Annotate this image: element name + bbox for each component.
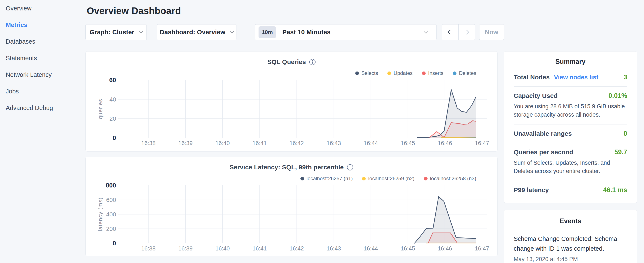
summary-row-label: P99 latency bbox=[514, 186, 549, 194]
service-latency-chart-panel: Service Latency: SQL, 99th percentile lo… bbox=[86, 157, 498, 256]
time-range-selector[interactable]: 10m Past 10 Minutes bbox=[255, 24, 436, 40]
summary-row-description: Sum of Selects, Updates, Inserts, and De… bbox=[514, 159, 627, 175]
chevron-right-icon bbox=[464, 30, 469, 35]
svg-text:latency (ms): latency (ms) bbox=[97, 197, 104, 231]
summary-title: Summary bbox=[514, 58, 627, 68]
summary-row-value: 0 bbox=[624, 130, 627, 137]
svg-text:16:44: 16:44 bbox=[364, 140, 378, 146]
graph-scope-dropdown-label: Graph: Cluster bbox=[90, 29, 134, 36]
events-title: Events bbox=[514, 217, 627, 227]
chevron-down-icon bbox=[230, 29, 234, 33]
svg-text:400: 400 bbox=[106, 211, 116, 218]
summary-card: Summary Total Nodes View nodes list 3 Ca… bbox=[504, 51, 637, 203]
sidebar-item-metrics[interactable]: Metrics bbox=[0, 17, 86, 33]
page-title: Overview Dashboard bbox=[87, 6, 637, 16]
svg-text:16:44: 16:44 bbox=[364, 245, 378, 252]
legend-dot-icon bbox=[424, 177, 428, 180]
dashboard-body: SQL Queries SelectsUpdatesInsertsDeletes… bbox=[86, 51, 637, 263]
svg-text:queries: queries bbox=[97, 99, 104, 119]
chart-plot: 16:3816:3916:4016:4116:4216:4316:4416:45… bbox=[86, 75, 497, 150]
svg-text:20: 20 bbox=[110, 115, 116, 122]
time-step-buttons bbox=[442, 24, 475, 40]
svg-text:16:42: 16:42 bbox=[290, 140, 304, 146]
legend-dot-icon bbox=[355, 72, 359, 75]
sidebar-item-jobs[interactable]: Jobs bbox=[0, 83, 86, 100]
main-content: Overview Dashboard Graph: Cluster Dashbo… bbox=[86, 0, 644, 263]
svg-text:16:46: 16:46 bbox=[438, 245, 452, 252]
svg-text:40: 40 bbox=[110, 96, 116, 103]
svg-text:16:38: 16:38 bbox=[141, 140, 156, 146]
svg-text:200: 200 bbox=[106, 225, 116, 232]
svg-text:800: 800 bbox=[106, 182, 116, 189]
chart-title: Service Latency: SQL, 99th percentile bbox=[230, 164, 344, 171]
svg-text:16:45: 16:45 bbox=[401, 245, 415, 252]
svg-text:0: 0 bbox=[113, 240, 116, 247]
svg-text:16:42: 16:42 bbox=[290, 245, 304, 252]
graph-scope-dropdown[interactable]: Graph: Cluster bbox=[86, 24, 147, 40]
events-card: Events Schema Change Completed: Schema c… bbox=[504, 210, 637, 263]
chart-plot: 16:3816:3916:4016:4116:4216:4316:4416:45… bbox=[86, 180, 497, 256]
summary-row-p99-latency: P99 latency 46.1 ms bbox=[514, 181, 627, 195]
svg-text:60: 60 bbox=[109, 77, 116, 83]
svg-text:16:39: 16:39 bbox=[178, 245, 193, 252]
summary-row-value: 46.1 ms bbox=[603, 186, 627, 194]
charts-column: SQL Queries SelectsUpdatesInsertsDeletes… bbox=[86, 51, 498, 256]
svg-text:16:38: 16:38 bbox=[141, 245, 156, 252]
sql-queries-chart-panel: SQL Queries SelectsUpdatesInsertsDeletes… bbox=[86, 51, 498, 151]
right-column: Summary Total Nodes View nodes list 3 Ca… bbox=[504, 51, 637, 263]
summary-row-label: Unavailable ranges bbox=[514, 130, 572, 137]
sidebar-item-overview[interactable]: Overview bbox=[0, 0, 86, 17]
summary-row-queries-per-second: Queries per second 59.7 Sum of Selects, … bbox=[514, 143, 627, 181]
sidebar-item-statements[interactable]: Statements bbox=[0, 50, 86, 66]
event-item[interactable]: Schema Change Completed: Schema change w… bbox=[514, 234, 627, 262]
svg-text:16:45: 16:45 bbox=[401, 140, 415, 146]
summary-row-total-nodes: Total Nodes View nodes list 3 bbox=[514, 68, 627, 87]
legend-dot-icon bbox=[453, 72, 456, 75]
info-icon[interactable] bbox=[347, 164, 353, 171]
dashboard-dropdown[interactable]: Dashboard: Overview bbox=[157, 24, 236, 40]
event-timestamp: May 13, 2020 at 4:45 PM bbox=[514, 256, 627, 262]
svg-text:16:43: 16:43 bbox=[326, 140, 341, 146]
svg-text:600: 600 bbox=[106, 197, 116, 203]
legend-dot-icon bbox=[300, 177, 304, 180]
dashboard-dropdown-label: Dashboard: Overview bbox=[160, 29, 225, 36]
time-window-label: Past 10 Minutes bbox=[282, 29, 330, 36]
time-step-back-button[interactable] bbox=[442, 25, 458, 40]
svg-text:16:41: 16:41 bbox=[252, 245, 267, 252]
summary-row-label: Total Nodes bbox=[514, 74, 550, 81]
summary-row-value: 0.01% bbox=[608, 92, 627, 100]
event-message: Schema Change Completed: Schema change w… bbox=[514, 234, 627, 253]
svg-text:16:46: 16:46 bbox=[438, 140, 452, 146]
summary-row-label: Queries per second bbox=[514, 149, 573, 156]
now-button[interactable]: Now bbox=[479, 24, 504, 40]
svg-text:16:40: 16:40 bbox=[216, 140, 230, 146]
chevron-down-icon bbox=[424, 30, 428, 34]
controls-bar: Graph: Cluster Dashboard: Overview 10m P… bbox=[86, 24, 637, 40]
svg-text:16:40: 16:40 bbox=[216, 245, 230, 252]
svg-text:16:41: 16:41 bbox=[252, 140, 267, 146]
summary-row-value: 3 bbox=[624, 73, 627, 81]
chevron-down-icon bbox=[139, 29, 143, 33]
svg-text:16:39: 16:39 bbox=[178, 140, 193, 146]
sidebar-item-advanced-debug[interactable]: Advanced Debug bbox=[0, 100, 86, 116]
info-icon[interactable] bbox=[309, 59, 316, 65]
svg-text:16:43: 16:43 bbox=[326, 245, 341, 252]
sidebar: Overview Metrics Databases Statements Ne… bbox=[0, 0, 86, 263]
chevron-left-icon bbox=[448, 30, 453, 35]
svg-text:0: 0 bbox=[113, 134, 116, 141]
chart-title: SQL Queries bbox=[267, 58, 306, 66]
summary-row-unavailable-ranges: Unavailable ranges 0 bbox=[514, 124, 627, 143]
legend-dot-icon bbox=[362, 177, 366, 180]
time-step-forward-button[interactable] bbox=[458, 25, 475, 40]
view-nodes-list-link[interactable]: View nodes list bbox=[554, 74, 598, 81]
app-root: Overview Metrics Databases Statements Ne… bbox=[0, 0, 644, 263]
summary-row-label: Capacity Used bbox=[514, 92, 558, 99]
legend-dot-icon bbox=[422, 72, 426, 75]
legend-dot-icon bbox=[388, 72, 391, 75]
sidebar-item-databases[interactable]: Databases bbox=[0, 33, 86, 50]
svg-text:16:47: 16:47 bbox=[475, 140, 489, 146]
summary-row-description: You are using 28.6 MiB of 515.9 GiB usab… bbox=[514, 102, 627, 119]
summary-row-value: 59.7 bbox=[614, 148, 627, 156]
controls-divider bbox=[247, 24, 247, 40]
sidebar-item-network-latency[interactable]: Network Latency bbox=[0, 66, 86, 83]
